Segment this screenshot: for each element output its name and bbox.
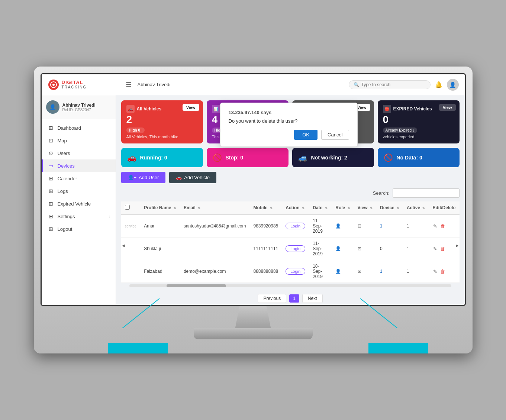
row1-device-link[interactable]: 1 <box>380 223 383 229</box>
add-vehicle-label: Add Vehicle <box>184 175 210 180</box>
sidebar-profile-name: Abhinav Trivedi <box>62 103 96 108</box>
dialog-title: 13.235.97.140 says <box>229 110 349 115</box>
sidebar-item-label: Logs <box>58 188 68 194</box>
col-action[interactable]: Action ⇅ <box>282 201 309 214</box>
h-scroll-thumb[interactable] <box>167 284 226 287</box>
table-search-input[interactable] <box>393 188 460 198</box>
row1-login-btn[interactable]: Login <box>286 223 305 229</box>
sidebar-item-settings[interactable]: ⊞ Settings › <box>42 210 116 223</box>
row2-login-btn[interactable]: Login <box>286 245 305 252</box>
sidebar-item-dashboard[interactable]: ⊞ Dashboard <box>42 122 116 134</box>
expired-icon: ⛔ <box>383 105 391 113</box>
sidebar-item-logout[interactable]: ⊞ Logout <box>42 223 116 235</box>
row3-edit-btn[interactable]: ✎ <box>432 269 438 274</box>
sidebar-item-label: Logout <box>58 226 72 232</box>
row1-edit-btn[interactable]: ✎ <box>432 223 438 229</box>
settings-icon: ⊞ <box>48 213 54 219</box>
scroll-right-arrow[interactable]: ▶ <box>456 243 459 247</box>
row3-profile-name: Faizabad <box>140 260 180 283</box>
sidebar-item-logs[interactable]: ⊞ Logs <box>42 185 116 197</box>
col-active[interactable]: Active ⇅ <box>403 201 429 214</box>
row2-device: 0 <box>376 238 403 260</box>
row1-action: Login <box>282 214 309 238</box>
not-working-icon: 🚙 <box>298 153 307 162</box>
row1-active: 1 <box>403 214 429 238</box>
sidebar-item-map[interactable]: ⊡ Map <box>42 134 116 147</box>
sidebar-item-users[interactable]: ⊙ Users <box>42 147 116 159</box>
sidebar-item-label: Dashboard <box>58 125 81 131</box>
table-wrapper: Profile Name ⇅ Email ⇅ Mobile <box>121 201 460 289</box>
add-vehicle-button[interactable]: 🚗 Add Vehicle <box>169 172 216 183</box>
sort-arrows-action: ⇅ <box>302 207 304 210</box>
dashboard-icon: ⊞ <box>48 125 54 131</box>
avatar[interactable]: 👤 <box>447 79 459 91</box>
col-view[interactable]: View ⇅ <box>354 201 376 214</box>
no-data-label: No Data: 0 <box>397 155 422 161</box>
add-user-button[interactable]: 👤+ Add User <box>121 172 166 183</box>
dialog-actions: OK Cancel <box>229 130 349 140</box>
svg-line-4 <box>360 298 397 328</box>
dialog-ok-button[interactable]: OK <box>294 130 318 140</box>
row1-email: santoshyadav2485@gmail.com <box>180 214 250 238</box>
notification-bell-icon[interactable]: 🔔 <box>435 81 442 88</box>
horizontal-scroll-container: ◀ ▶ <box>121 283 460 289</box>
action-row: 👤+ Add User 🚗 Add Vehicle <box>121 172 460 183</box>
logs-icon: ⊞ <box>48 188 54 194</box>
row2-view: ⊡ <box>354 238 376 260</box>
row1-delete-btn[interactable]: 🗑 <box>439 223 446 229</box>
col-role[interactable]: Role ⇅ <box>332 201 354 214</box>
status-stop: 🚫 Stop: 0 <box>207 148 289 167</box>
row2-role: 👤 <box>332 238 354 260</box>
row2-edit-btn[interactable]: ✎ <box>432 246 438 252</box>
dialog-cancel-button[interactable]: Cancel <box>321 130 349 140</box>
table-header: Profile Name ⇅ Email ⇅ Mobile <box>121 201 460 214</box>
sort-arrows-date: ⇅ <box>325 207 328 210</box>
sidebar-item-calender[interactable]: ⊞ Calender <box>42 172 116 185</box>
chevron-right-icon: › <box>109 214 110 219</box>
col-mobile[interactable]: Mobile ⇅ <box>250 201 282 214</box>
monitor-stand <box>41 306 466 353</box>
running-car-icon: 🚗 <box>127 153 136 162</box>
sort-arrows-view: ⇅ <box>370 207 373 210</box>
all-vehicles-view-btn[interactable]: View <box>183 104 199 111</box>
select-all-checkbox[interactable] <box>125 205 130 210</box>
col-email[interactable]: Email ⇅ <box>180 201 250 214</box>
table-row: service Amar santoshyadav2485@gmail.com … <box>121 214 460 238</box>
search-input[interactable] <box>361 82 425 87</box>
sidebar-item-expired-vehicle[interactable]: ⊞ Expired Vehicle <box>42 197 116 210</box>
expired-badge: Already Expired ↓ <box>383 127 417 133</box>
menu-icon[interactable]: ☰ <box>126 81 132 89</box>
sort-arrows-mobile: ⇅ <box>270 207 273 210</box>
devices-icon: ▭ <box>48 163 54 169</box>
row2-delete-btn[interactable]: 🗑 <box>439 246 446 252</box>
row3-device-link[interactable]: 1 <box>380 269 383 274</box>
table-body: service Amar santoshyadav2485@gmail.com … <box>121 214 460 283</box>
row3-delete-btn[interactable]: 🗑 <box>439 269 446 274</box>
scroll-left-arrow[interactable]: ◀ <box>122 243 125 247</box>
col-profile-name[interactable]: Profile Name ⇅ <box>140 201 180 214</box>
sort-arrows-device: ⇅ <box>397 207 399 210</box>
topbar-username: Abhinav Trivedi <box>138 82 171 87</box>
row1-device: 1 <box>376 214 403 238</box>
sidebar-item-devices[interactable]: ▭ Devices <box>42 159 116 172</box>
h-scroll-bar[interactable] <box>129 284 451 287</box>
not-working-label: Not working: 2 <box>311 155 347 161</box>
stop-label: Stop: 0 <box>226 155 243 161</box>
expired-title: EXPIRED Vehicles <box>393 106 432 112</box>
logo-digital: DIGITAL <box>62 80 87 85</box>
calender-icon: ⊞ <box>48 175 54 181</box>
search-bar[interactable]: 🔍 <box>349 80 431 89</box>
row2-action: Login <box>282 238 309 260</box>
row2-mobile: 1111111111 <box>250 238 282 260</box>
expired-view-btn[interactable]: View <box>439 104 456 111</box>
sidebar-nav: ⊞ Dashboard ⊡ Map ⊙ Users ▭ <box>42 119 116 305</box>
row3-email: demo@example.com <box>180 260 250 283</box>
sidebar-item-label: Devices <box>58 163 75 169</box>
row3-login-btn[interactable]: Login <box>286 268 305 275</box>
search-label: Search: <box>373 190 390 196</box>
table-search-area: Search: <box>121 188 460 198</box>
logo-icon <box>48 79 59 91</box>
status-no-data: 🚫 No Data: 0 <box>378 148 460 167</box>
col-device[interactable]: Device ⇅ <box>376 201 403 214</box>
col-date[interactable]: Date ⇅ <box>309 201 332 214</box>
